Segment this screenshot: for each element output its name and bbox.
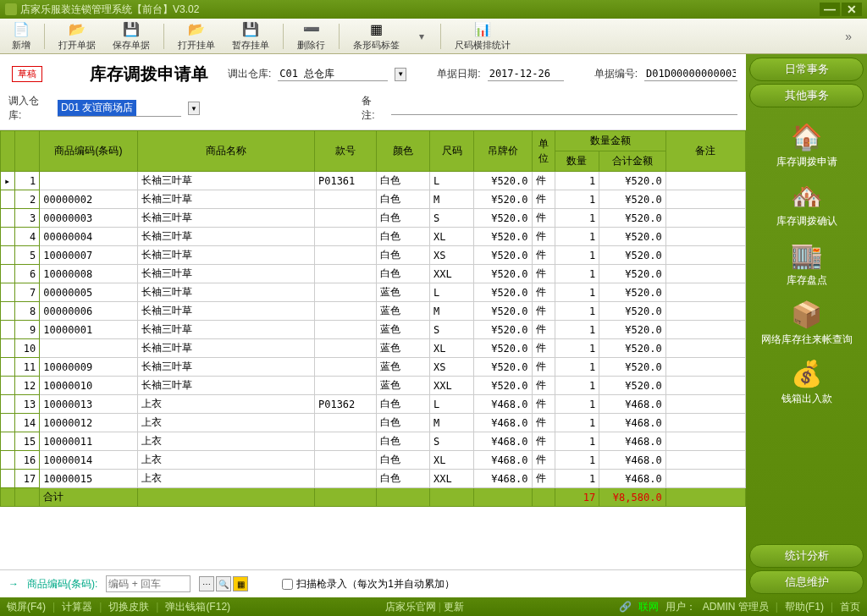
out-warehouse-dropdown[interactable]: ▼: [395, 68, 406, 81]
daily-tasks-button[interactable]: 日常事务: [749, 58, 864, 81]
new-icon: 📄: [13, 21, 30, 38]
open-doc-button[interactable]: 📂打开单据: [55, 19, 99, 53]
stat-icon: 📊: [474, 21, 491, 38]
col-code[interactable]: 商品编码(条码): [40, 131, 137, 172]
info-maintain-button[interactable]: 信息维护: [749, 570, 864, 594]
sidebar-item-cashbox[interactable]: 💰钱箱出入款: [781, 357, 832, 406]
arrow-icon: →: [8, 578, 19, 590]
col-price[interactable]: 吊牌价: [474, 131, 532, 172]
user-name: ADMIN 管理员: [703, 600, 769, 614]
update-link[interactable]: 更新: [444, 601, 464, 613]
cashdrawer-link[interactable]: 弹出钱箱(F12): [165, 600, 230, 614]
open-hold-button[interactable]: 📂打开挂单: [174, 19, 218, 53]
table-row[interactable]: 1710000015上衣白色XXL¥468.0件1¥468.0: [1, 470, 746, 488]
draft-badge: 草稿: [12, 66, 42, 82]
folder-icon: 📂: [188, 21, 205, 38]
out-warehouse-label: 调出仓库:: [228, 67, 271, 81]
transfer-confirm-icon: 🏘️: [788, 179, 826, 212]
delete-row-button[interactable]: ➖删除行: [294, 19, 329, 53]
sidebar: 日常事务 其他事务 🏠库存调拨申请 🏘️库存调拨确认 🏬库存盘点 📦网络库存往来…: [746, 54, 867, 597]
stat-analysis-button[interactable]: 统计分析: [749, 544, 864, 568]
table-row[interactable]: 200000002长袖三叶草白色M¥520.0件1¥520.0: [1, 190, 746, 209]
grid-button[interactable]: ▦: [233, 576, 248, 591]
online-status: 联网: [638, 600, 659, 614]
col-amt[interactable]: 合计金额: [599, 151, 666, 172]
skin-link[interactable]: 切换皮肤: [108, 600, 149, 614]
col-style[interactable]: 款号: [314, 131, 376, 172]
code-entry-label: 商品编码(条码):: [27, 577, 97, 591]
col-size[interactable]: 尺码: [430, 131, 474, 172]
table-row[interactable]: 10长袖三叶草蓝色XL¥520.0件1¥520.0: [1, 339, 746, 358]
inventory-icon: 🏬: [788, 239, 826, 271]
sidebar-item-network-query[interactable]: 📦网络库存往来帐查询: [761, 298, 853, 347]
grid-footer: → 商品编码(条码): ⋯ 🔍 ▦ 扫描枪录入（每次为1并自动累加）: [0, 569, 746, 597]
col-unit[interactable]: 单位: [532, 131, 555, 172]
table-row[interactable]: 300000003长袖三叶草白色S¥520.0件1¥520.0: [1, 209, 746, 228]
col-remark[interactable]: 备注: [665, 131, 745, 172]
barcode-dropdown[interactable]: ▾: [413, 30, 430, 42]
minimize-button[interactable]: —: [820, 3, 840, 16]
zoom-button[interactable]: 🔍: [216, 576, 231, 591]
table-row[interactable]: 510000007长袖三叶草白色XS¥520.0件1¥520.0: [1, 246, 746, 265]
col-qty[interactable]: 数量: [555, 151, 599, 172]
col-color[interactable]: 颜色: [377, 131, 430, 172]
out-warehouse-input[interactable]: [278, 67, 388, 81]
toolbar-overflow[interactable]: »: [838, 30, 859, 43]
sidebar-item-transfer-request[interactable]: 🏠库存调拨申请: [776, 120, 837, 169]
total-row: 合计 17 ¥8,580.0: [1, 488, 746, 507]
doc-date-label: 单据日期:: [437, 67, 480, 81]
code-entry-input[interactable]: [106, 575, 191, 592]
hold-button[interactable]: 💾暂存挂单: [229, 19, 273, 53]
close-button[interactable]: ✕: [842, 3, 862, 16]
table-row[interactable]: 1410000012上衣白色M¥468.0件1¥468.0: [1, 414, 746, 432]
form-header: 草稿 库存调拨申请单 调出仓库: ▼ 单据日期: 单据编号: 调入仓库: D01…: [0, 54, 746, 130]
doc-no-input[interactable]: [644, 67, 737, 81]
col-name[interactable]: 商品名称: [137, 131, 314, 172]
other-tasks-button[interactable]: 其他事务: [749, 84, 864, 107]
titlebar: 店家乐服装连锁管理系统【前台】V3.02 — ✕: [0, 0, 867, 19]
home-link[interactable]: 首页: [840, 600, 860, 614]
doc-date-input[interactable]: [488, 67, 564, 81]
data-grid: 商品编码(条码) 商品名称 款号 颜色 尺码 吊牌价 单位 数量金额 备注 数量…: [0, 130, 746, 569]
app-icon: [5, 3, 17, 15]
in-warehouse-input[interactable]: D01 友谊商场店: [58, 100, 136, 116]
network-icon: 🔗: [619, 601, 632, 613]
table-row[interactable]: 610000008长袖三叶草白色XXL¥520.0件1¥520.0: [1, 265, 746, 283]
official-site-link[interactable]: 店家乐官网: [385, 601, 436, 613]
table-row[interactable]: 1310000013上衣P01362白色L¥468.0件1¥468.0: [1, 395, 746, 414]
save-icon: 💾: [123, 21, 140, 38]
table-row[interactable]: 700000005长袖三叶草蓝色L¥520.0件1¥520.0: [1, 283, 746, 302]
sidebar-item-transfer-confirm[interactable]: 🏘️库存调拨确认: [776, 179, 837, 228]
new-button[interactable]: 📄新增: [8, 19, 34, 53]
calculator-link[interactable]: 计算器: [62, 600, 92, 614]
total-label: 合计: [40, 488, 137, 507]
hold-icon: 💾: [242, 21, 259, 38]
table-row[interactable]: 400000004长袖三叶草白色XL¥520.0件1¥520.0: [1, 228, 746, 246]
table-row[interactable]: 910000001长袖三叶草蓝色S¥520.0件1¥520.0: [1, 321, 746, 339]
table-row[interactable]: 1610000014上衣白色XL¥468.0件1¥468.0: [1, 451, 746, 470]
save-doc-button[interactable]: 💾保存单据: [109, 19, 153, 53]
cashbox-icon: 💰: [788, 357, 826, 389]
lookup-button[interactable]: ⋯: [199, 576, 214, 591]
form-title: 库存调拨申请单: [90, 63, 208, 85]
scanner-checkbox[interactable]: 扫描枪录入（每次为1并自动累加）: [282, 577, 455, 591]
table-row[interactable]: 1110000009长袖三叶草蓝色XS¥520.0件1¥520.0: [1, 358, 746, 377]
network-query-icon: 📦: [788, 298, 826, 330]
total-qty: 17: [555, 488, 599, 507]
delete-icon: ➖: [303, 21, 320, 38]
table-row[interactable]: 1210000010长袖三叶草蓝色XXL¥520.0件1¥520.0: [1, 377, 746, 395]
table-row[interactable]: 800000006长袖三叶草蓝色M¥520.0件1¥520.0: [1, 302, 746, 321]
barcode-button[interactable]: ▦条形码标签: [350, 19, 403, 53]
table-row[interactable]: 1510000011上衣白色S¥468.0件1¥468.0: [1, 432, 746, 451]
lock-screen-link[interactable]: 锁屏(F4): [7, 600, 46, 614]
in-warehouse-dropdown[interactable]: ▼: [188, 102, 200, 115]
col-qty-amt: 数量金额: [555, 131, 665, 151]
toolbar: 📄新增 📂打开单据 💾保存单据 📂打开挂单 💾暂存挂单 ➖删除行 ▦条形码标签 …: [0, 19, 867, 54]
total-amt: ¥8,580.0: [599, 488, 666, 507]
size-stat-button[interactable]: 📊尺码横排统计: [451, 19, 514, 53]
help-link[interactable]: 帮助(F1): [785, 600, 824, 614]
sidebar-item-inventory[interactable]: 🏬库存盘点: [787, 239, 827, 288]
remark-input[interactable]: [391, 102, 737, 115]
statusbar: 锁屏(F4)| 计算器| 切换皮肤| 弹出钱箱(F12) 店家乐官网 | 更新 …: [0, 597, 867, 616]
table-row[interactable]: ▸100000001长袖三叶草P01361白色L¥520.0件1¥520.0: [1, 172, 746, 190]
